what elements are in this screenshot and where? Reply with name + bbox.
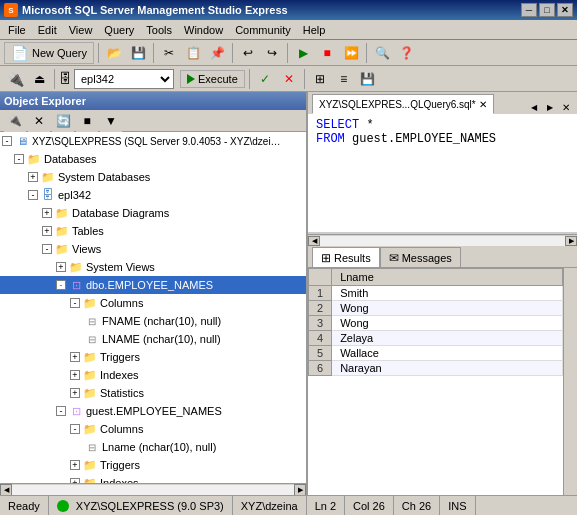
tree-toggle-views[interactable]: - [42, 244, 52, 254]
database-dropdown[interactable]: epl342 [74, 69, 174, 89]
tree-toggle-guest-triggers[interactable]: + [70, 460, 80, 470]
disconnect-button[interactable]: ⏏ [28, 68, 50, 90]
editor-hscrollbar[interactable]: ◀ ▶ [308, 234, 577, 246]
scroll-left-btn[interactable]: ◀ [0, 484, 12, 496]
find-button[interactable]: 🔍 [371, 42, 393, 64]
new-query-button[interactable]: 📄 New Query [4, 42, 94, 64]
maximize-button[interactable]: □ [539, 3, 555, 17]
results-to-file[interactable]: 💾 [357, 68, 379, 90]
tree-node-lname-gcol[interactable]: ⊟ Lname (nchar(10), null) [0, 438, 306, 456]
object-explorer-tree[interactable]: - 🖥 XYZ\SQLEXPRESS (SQL Server 9.0.4053 … [0, 132, 306, 483]
query-tab-close-button[interactable]: ✕ [479, 99, 487, 110]
tree-toggle-empnames[interactable]: - [56, 280, 66, 290]
tree-node-root[interactable]: - 🖥 XYZ\SQLEXPRESS (SQL Server 9.0.4053 … [0, 132, 306, 150]
tree-toggle-root[interactable]: - [2, 136, 12, 146]
tree-node-guest-triggers[interactable]: + 📁 Triggers [0, 456, 306, 474]
tree-toggle-statistics[interactable]: + [70, 388, 80, 398]
tree-toggle-triggers[interactable]: + [70, 352, 80, 362]
copy-button[interactable]: 📋 [182, 42, 204, 64]
tab-close-panel[interactable]: ✕ [559, 100, 573, 114]
tree-toggle-indexes[interactable]: + [70, 370, 80, 380]
tree-node-views[interactable]: - 📁 Views [0, 240, 306, 258]
connection-status-icon [57, 500, 69, 512]
tree-toggle-diagrams[interactable]: + [42, 208, 52, 218]
menu-view[interactable]: View [63, 23, 99, 37]
tree-toggle-tables[interactable]: + [42, 226, 52, 236]
title-bar: S Microsoft SQL Server Management Studio… [0, 0, 577, 20]
connect-button[interactable]: 🔌 [4, 68, 26, 90]
stop-button[interactable]: ■ [316, 42, 338, 64]
tree-node-statistics[interactable]: + 📁 Statistics [0, 384, 306, 402]
tab-messages[interactable]: ✉ Messages [380, 247, 461, 267]
tree-toggle-databases[interactable]: - [14, 154, 24, 164]
scroll-track[interactable] [12, 485, 294, 495]
results-grid[interactable]: Lname 1Smith2Wong3Wong4Zelaya5Wallace6Na… [308, 268, 563, 495]
tree-toggle-guest-columns[interactable]: - [70, 424, 80, 434]
redo-button[interactable]: ↪ [261, 42, 283, 64]
tab-scroll-right[interactable]: ▶ [543, 100, 557, 114]
minimize-button[interactable]: ─ [521, 3, 537, 17]
menu-file[interactable]: File [2, 23, 32, 37]
oe-filter-button[interactable]: ▼ [100, 110, 122, 132]
parse-button[interactable]: ✓ [254, 68, 276, 90]
execute-button[interactable]: Execute [180, 70, 245, 88]
tree-label-statistics: Statistics [100, 387, 144, 399]
step-button[interactable]: ⏩ [340, 42, 362, 64]
menu-window[interactable]: Window [178, 23, 229, 37]
oe-refresh-button[interactable]: 🔄 [52, 110, 74, 132]
save-button[interactable]: 💾 [127, 42, 149, 64]
tree-toggle-guestempnames[interactable]: - [56, 406, 66, 416]
tree-node-lname-col[interactable]: ⊟ LNAME (nchar(10), null) [0, 330, 306, 348]
tree-node-sysdb[interactable]: + 📁 System Databases [0, 168, 306, 186]
toolbar-separator-2 [153, 43, 154, 63]
oe-connect-button[interactable]: 🔌 [4, 110, 26, 132]
editor-scroll-track[interactable] [320, 236, 565, 246]
tree-label-views: Views [72, 243, 101, 255]
tree-node-tables[interactable]: + 📁 Tables [0, 222, 306, 240]
menu-tools[interactable]: Tools [140, 23, 178, 37]
tab-results[interactable]: ⊞ Results [312, 247, 380, 267]
tree-node-empnames[interactable]: - ⊡ dbo.EMPLOYEE_NAMES [0, 276, 306, 294]
tree-node-indexes[interactable]: + 📁 Indexes [0, 366, 306, 384]
undo-button[interactable]: ↩ [237, 42, 259, 64]
tree-node-diagrams[interactable]: + 📁 Database Diagrams [0, 204, 306, 222]
tree-node-databases[interactable]: - 📁 Databases [0, 150, 306, 168]
tab-scroll-left[interactable]: ◀ [527, 100, 541, 114]
tree-node-triggers[interactable]: + 📁 Triggers [0, 348, 306, 366]
tree-node-sysviews[interactable]: + 📁 System Views [0, 258, 306, 276]
menu-edit[interactable]: Edit [32, 23, 63, 37]
status-user: XYZ\dzeina [233, 496, 307, 515]
results-to-grid[interactable]: ⊞ [309, 68, 331, 90]
tree-node-guestempnames[interactable]: - ⊡ guest.EMPLOYEE_NAMES [0, 402, 306, 420]
tree-toggle-epl342[interactable]: - [28, 190, 38, 200]
tree-node-fname[interactable]: ⊟ FNAME (nchar(10), null) [0, 312, 306, 330]
results-to-text[interactable]: ≡ [333, 68, 355, 90]
tree-node-guest-columns[interactable]: - 📁 Columns [0, 420, 306, 438]
tree-toggle-sysviews[interactable]: + [56, 262, 66, 272]
cancel-query-button[interactable]: ✕ [278, 68, 300, 90]
tree-hscrollbar[interactable]: ◀ ▶ [0, 483, 306, 495]
oe-disconnect-button[interactable]: ✕ [28, 110, 50, 132]
menu-query[interactable]: Query [98, 23, 140, 37]
query-tab-active[interactable]: XYZ\SQLEXPRES...QLQuery6.sql* ✕ [312, 94, 494, 114]
paste-button[interactable]: 📌 [206, 42, 228, 64]
tree-node-epl342[interactable]: - 🗄 epl342 [0, 186, 306, 204]
oe-stop-button[interactable]: ■ [76, 110, 98, 132]
close-button[interactable]: ✕ [557, 3, 573, 17]
tree-node-guest-indexes[interactable]: + 📁 Indexes [0, 474, 306, 483]
editor-scroll-right[interactable]: ▶ [565, 236, 577, 246]
tree-node-columns[interactable]: - 📁 Columns [0, 294, 306, 312]
tree-toggle-sysdb[interactable]: + [28, 172, 38, 182]
help-button[interactable]: ❓ [395, 42, 417, 64]
debug-button[interactable]: ▶ [292, 42, 314, 64]
menu-community[interactable]: Community [229, 23, 297, 37]
editor-scroll-left[interactable]: ◀ [308, 236, 320, 246]
row-lname: Wong [332, 301, 563, 316]
cut-button[interactable]: ✂ [158, 42, 180, 64]
sql-editor[interactable]: SELECT * FROM guest.EMPLOYEE_NAMES [308, 114, 577, 234]
open-file-button[interactable]: 📂 [103, 42, 125, 64]
results-vscrollbar[interactable] [563, 268, 577, 495]
tree-toggle-columns[interactable]: - [70, 298, 80, 308]
scroll-right-btn[interactable]: ▶ [294, 484, 306, 496]
menu-help[interactable]: Help [297, 23, 332, 37]
